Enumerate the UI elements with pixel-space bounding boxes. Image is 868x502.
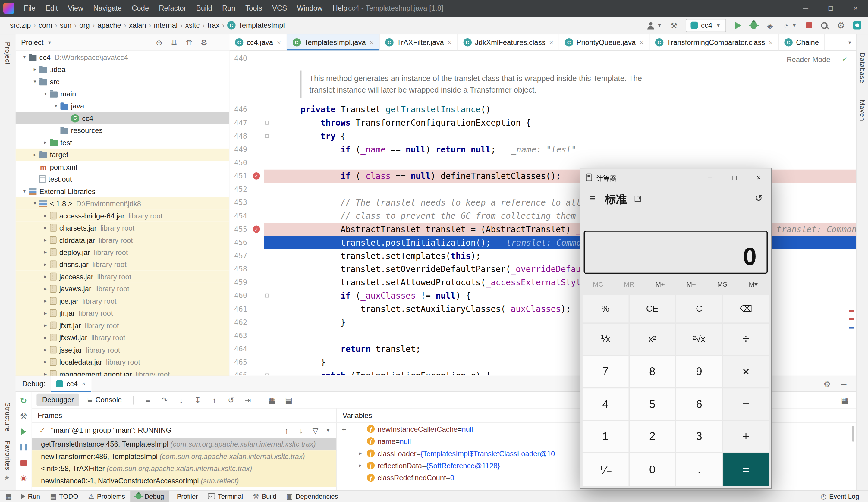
tree-item-cc4[interactable]: ▾cc4D:\Workspace\java\cc4 bbox=[16, 51, 229, 63]
editor-tab-TrAXFilter.java[interactable]: CTrAXFilter.java× bbox=[380, 34, 458, 51]
resume-icon[interactable] bbox=[21, 428, 26, 435]
gutter[interactable] bbox=[249, 250, 264, 263]
tool-strip-maven[interactable]: Maven bbox=[859, 100, 867, 121]
breakpoint-icon[interactable]: ✓ bbox=[253, 226, 260, 233]
tree-item-jfr.jar[interactable]: ▸jfr.jarlibrary root bbox=[16, 307, 229, 319]
event-log-button[interactable]: ◷ Event Log bbox=[821, 492, 862, 500]
debug-session-tab[interactable]: cc4 × bbox=[51, 376, 92, 391]
close-tab-icon[interactable]: × bbox=[640, 39, 643, 46]
chevron-right-icon[interactable]: ▸ bbox=[30, 66, 39, 72]
run-button[interactable] bbox=[735, 21, 741, 29]
update-app-icon[interactable]: ⚒ bbox=[19, 411, 28, 420]
breadcrumb-item[interactable]: xsltc bbox=[183, 21, 202, 30]
calc-key-5[interactable]: 5 bbox=[629, 388, 675, 420]
calc-key-⌫[interactable]: ⌫ bbox=[723, 295, 769, 322]
breadcrumb-item[interactable]: internal bbox=[152, 21, 180, 30]
calc-key-4[interactable]: 4 bbox=[582, 388, 628, 420]
chevron-right-icon[interactable]: ▸ bbox=[41, 213, 50, 218]
menu-file[interactable]: File bbox=[19, 0, 41, 17]
gutter[interactable] bbox=[249, 356, 264, 369]
tree-item-External Libraries[interactable]: ▾External Libraries bbox=[16, 185, 229, 197]
close-button[interactable]: × bbox=[843, 0, 868, 17]
chevron-right-icon[interactable]: ▸ bbox=[41, 262, 50, 267]
menu-code[interactable]: Code bbox=[127, 0, 154, 17]
calc-key-%[interactable]: % bbox=[582, 295, 628, 322]
memory-button-MR[interactable]: MR bbox=[614, 278, 645, 291]
chevron-right-icon[interactable]: ▸ bbox=[41, 298, 50, 303]
chevron-right-icon[interactable]: ▸ bbox=[41, 310, 50, 316]
inspections-ok-icon[interactable]: ✓ bbox=[843, 55, 847, 63]
tree-item-resources[interactable]: resources bbox=[16, 124, 229, 136]
calc-key-6[interactable]: 6 bbox=[676, 388, 722, 420]
breadcrumb-item[interactable]: src.zip bbox=[8, 21, 33, 30]
menu-vcs[interactable]: VCS bbox=[267, 0, 292, 17]
tree-item-test.out[interactable]: test.out bbox=[16, 173, 229, 185]
hammer-icon[interactable]: ⚒ bbox=[669, 21, 678, 30]
close-tab-icon[interactable]: × bbox=[277, 39, 281, 46]
gutter[interactable] bbox=[249, 143, 264, 156]
breadcrumb-item[interactable]: xalan bbox=[127, 21, 148, 30]
calc-key-0[interactable]: 0 bbox=[629, 453, 675, 486]
close-tab-icon[interactable]: × bbox=[769, 39, 773, 46]
calc-key-×[interactable]: × bbox=[723, 356, 769, 387]
calc-key-x²[interactable]: x² bbox=[629, 323, 675, 355]
breadcrumb-class[interactable]: C TemplatesImpl bbox=[225, 21, 285, 30]
tool-strip-database[interactable]: Database bbox=[859, 53, 867, 83]
coverage-icon[interactable]: ◈ bbox=[765, 21, 774, 30]
gutter[interactable] bbox=[249, 303, 264, 316]
tab-debugger[interactable]: Debugger bbox=[37, 394, 79, 406]
drop-frame-icon[interactable]: ↺ bbox=[227, 395, 235, 404]
tab-console[interactable]: ▤ Console bbox=[82, 393, 127, 407]
step-out-icon[interactable]: ↑ bbox=[210, 395, 219, 404]
tree-item-cldrdata.jar[interactable]: ▸cldrdata.jarlibrary root bbox=[16, 234, 229, 246]
editor-tab-JdkXmlFeatures.class[interactable]: CJdkXmlFeatures.class× bbox=[458, 34, 559, 51]
pause-icon[interactable] bbox=[21, 444, 27, 450]
thread-selector[interactable]: ✓ "main"@1 in group "main": RUNNING ↑ ↓ … bbox=[32, 423, 337, 438]
menu-view[interactable]: View bbox=[63, 0, 88, 17]
menu-refactor[interactable]: Refactor bbox=[154, 0, 191, 17]
calc-key-C[interactable]: C bbox=[676, 295, 722, 322]
chevron-right-icon[interactable]: ▸ bbox=[41, 139, 50, 145]
gutter[interactable] bbox=[249, 156, 264, 170]
status-item-terminal[interactable]: Terminal bbox=[203, 490, 248, 502]
breadcrumb-item[interactable]: apache bbox=[95, 21, 123, 30]
stack-frame[interactable]: getTransletInstance:456, TemplatesImpl (… bbox=[32, 438, 337, 450]
variables-scrollbar[interactable] bbox=[852, 426, 854, 441]
gutter[interactable] bbox=[249, 289, 264, 303]
layout-menu-icon[interactable]: ≡ bbox=[143, 395, 152, 404]
close-tab-icon[interactable]: × bbox=[448, 39, 452, 46]
prev-frame-icon[interactable]: ↑ bbox=[282, 426, 291, 435]
tree-item-jaccess.jar[interactable]: ▸jaccess.jarlibrary root bbox=[16, 270, 229, 282]
status-item-dependencies[interactable]: ▣Dependencies bbox=[281, 490, 343, 502]
calc-key-2[interactable]: 2 bbox=[629, 421, 675, 452]
stack-frame[interactable]: newTransformer:486, TemplatesImpl (com.s… bbox=[32, 450, 337, 462]
memory-button-M+[interactable]: M+ bbox=[645, 278, 676, 291]
error-stripe-mark[interactable] bbox=[849, 327, 854, 329]
view-breakpoints-icon[interactable]: ◉ bbox=[19, 474, 28, 482]
chevron-right-icon[interactable]: ▸ bbox=[41, 237, 50, 242]
menu-tools[interactable]: Tools bbox=[240, 0, 267, 17]
memory-button-M−[interactable]: M− bbox=[676, 278, 707, 291]
memory-button-MS[interactable]: MS bbox=[707, 278, 738, 291]
gutter[interactable] bbox=[249, 209, 264, 223]
chevron-down-icon[interactable]: ▾ bbox=[20, 54, 29, 60]
debug-button[interactable] bbox=[751, 22, 757, 29]
user-chevron-icon[interactable]: ▾ bbox=[657, 21, 662, 30]
gutter[interactable] bbox=[249, 196, 264, 209]
status-item-problems[interactable]: ⚠Problems bbox=[83, 490, 130, 502]
gutter[interactable] bbox=[249, 116, 264, 129]
editor-tab-PriorityQueue.java[interactable]: CPriorityQueue.java× bbox=[559, 34, 650, 51]
chevron-right-icon[interactable]: ▸ bbox=[41, 359, 50, 365]
chevron-right-icon[interactable]: ▸ bbox=[41, 335, 50, 340]
project-chevron-icon[interactable]: ▾ bbox=[47, 38, 52, 47]
keep-on-top-icon[interactable] bbox=[635, 195, 641, 201]
tree-item-localedata.jar[interactable]: ▸localedata.jarlibrary root bbox=[16, 356, 229, 368]
editor-tab-Chaine[interactable]: CChaine bbox=[779, 34, 825, 51]
chevron-down-icon[interactable]: ▾ bbox=[20, 188, 29, 194]
calc-key-+[interactable]: + bbox=[723, 421, 769, 452]
tree-item-cc4[interactable]: Ccc4 bbox=[16, 112, 229, 124]
breakpoint-icon[interactable]: ✓ bbox=[253, 172, 260, 180]
profiler-chevron-icon[interactable]: ▾ bbox=[792, 21, 797, 30]
gutter[interactable] bbox=[249, 316, 264, 329]
chevron-right-icon[interactable]: ▸ bbox=[41, 250, 50, 255]
